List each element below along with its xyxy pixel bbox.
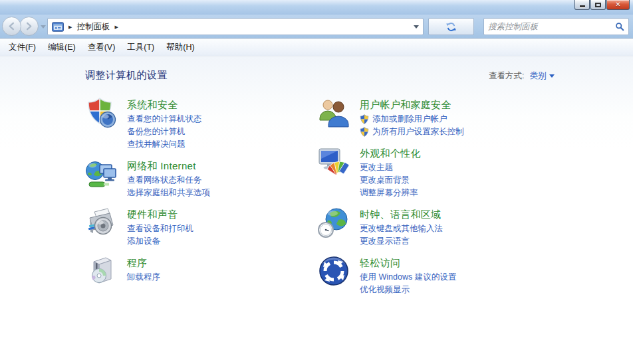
category-link[interactable]: 选择家庭组和共享选项 [127,187,210,199]
category-link[interactable]: 调整屏幕分辨率 [360,187,421,199]
category-heading[interactable]: 网络和 Internet [127,159,210,173]
search-icon[interactable] [615,22,624,31]
hardware-sound-icon[interactable] [85,207,117,238]
back-arrow-icon [7,21,17,31]
titlebar: ✕ [0,0,633,15]
forward-button[interactable] [19,17,39,36]
close-icon: ✕ [615,1,620,8]
close-button[interactable]: ✕ [606,0,630,10]
control-panel-window: ✕ ▶ 控制面板 ▶ [0,0,633,364]
category-link[interactable]: 查看设备和打印机 [127,223,193,235]
refresh-button[interactable] [428,18,474,35]
category-link[interactable]: 为所有用户设置家长控制 [360,126,464,138]
network-internet-icon[interactable] [85,158,117,190]
category-link[interactable]: 优化视频显示 [360,284,456,296]
menu-item-tools[interactable]: 工具(T) [121,39,160,56]
menu-bar: 文件(F) 编辑(E) 查看(V) 工具(T) 帮助(H) [0,39,633,56]
breadcrumb-arrow-icon[interactable]: ▶ [114,25,118,29]
ease-of-access-icon[interactable] [318,255,350,287]
category-user-accounts-family-safety: 用户帐户和家庭安全 [318,97,613,138]
address-dropdown-caret-icon[interactable] [414,25,419,29]
category-heading[interactable]: 程序 [127,256,160,270]
minimize-button[interactable] [574,0,590,10]
recent-pages-caret-icon[interactable] [41,25,46,29]
category-clock-language-region: 时钟、语言和区域 更改键盘或其他输入法 更改显示语言 [318,207,613,248]
clock-language-region-icon[interactable] [318,207,350,238]
category-heading[interactable]: 系统和安全 [127,98,202,112]
category-network-internet: 网络和 Internet 查看网络状态和任务 选择家庭组和共享选项 [85,158,318,199]
security-shield-icon [360,114,369,124]
category-heading[interactable]: 硬件和声音 [127,207,193,221]
minimize-icon [580,5,585,7]
category-link[interactable]: 更改显示语言 [360,235,443,248]
menu-item-edit[interactable]: 编辑(E) [42,39,82,56]
programs-icon[interactable] [85,255,117,287]
refresh-icon [445,21,457,33]
category-link[interactable]: 查找并解决问题 [127,138,202,151]
category-column-left: 系统和安全 查看您的计算机状态 备份您的计算机 查找并解决问题 [85,97,318,304]
category-hardware-sound: 硬件和声音 查看设备和打印机 添加设备 [85,207,318,248]
maximize-button[interactable] [590,0,606,10]
view-by-value: 类别 [529,70,546,82]
category-link[interactable]: 添加设备 [127,235,193,248]
category-heading[interactable]: 外观和个性化 [360,146,421,160]
category-link[interactable]: 备份您的计算机 [127,126,202,138]
security-shield-icon [360,127,369,137]
forward-arrow-icon [24,21,34,31]
view-by-control: 查看方式: 类别 [489,70,555,82]
search-box [483,18,629,35]
category-link[interactable]: 查看网络状态和任务 [127,174,210,187]
appearance-personalization-icon[interactable] [318,145,350,177]
system-security-icon[interactable] [85,97,117,129]
category-link[interactable]: 添加或删除用户帐户 [360,113,464,126]
category-link[interactable]: 更改主题 [360,161,421,174]
breadcrumb[interactable]: 控制面板 [76,21,110,33]
window-controls: ✕ [574,0,630,10]
category-column-right: 用户帐户和家庭安全 [318,97,613,304]
search-input[interactable] [488,20,615,33]
category-ease-of-access: 轻松访问 使用 Windows 建议的设置 优化视频显示 [318,255,613,296]
category-link[interactable]: 使用 Windows 建议的设置 [360,271,456,284]
category-link-label: 添加或删除用户帐户 [372,113,447,126]
address-bar-row: ▶ 控制面板 ▶ [0,15,633,39]
category-system-security: 系统和安全 查看您的计算机状态 备份您的计算机 查找并解决问题 [85,97,318,151]
category-heading[interactable]: 时钟、语言和区域 [360,207,443,221]
back-button[interactable] [2,17,21,36]
category-heading[interactable]: 轻松访问 [360,256,456,270]
view-by-label: 查看方式: [489,70,524,82]
breadcrumb-arrow-icon[interactable]: ▶ [68,25,72,29]
category-link[interactable]: 更改键盘或其他输入法 [360,223,443,235]
address-bar[interactable]: ▶ 控制面板 ▶ [47,18,424,35]
menu-item-file[interactable]: 文件(F) [3,39,42,56]
category-appearance-personalization: 外观和个性化 更改主题 更改桌面背景 调整屏幕分辨率 [318,145,613,199]
chevron-down-icon [549,74,555,78]
page-title: 调整计算机的设置 [85,69,168,82]
user-accounts-icon[interactable] [318,97,350,129]
menu-item-help[interactable]: 帮助(H) [160,39,200,56]
category-grid: 系统和安全 查看您的计算机状态 备份您的计算机 查找并解决问题 [85,97,613,304]
view-by-dropdown[interactable]: 类别 [529,70,555,82]
category-link[interactable]: 卸载程序 [127,271,160,284]
menu-item-view[interactable]: 查看(V) [82,39,122,56]
maximize-icon [595,3,601,7]
category-link[interactable]: 查看您的计算机状态 [127,113,202,126]
category-heading[interactable]: 用户帐户和家庭安全 [360,98,464,112]
main-content: 调整计算机的设置 查看方式: 类别 [0,57,633,364]
category-link[interactable]: 更改桌面背景 [360,174,421,187]
category-link-label: 为所有用户设置家长控制 [372,126,464,138]
control-panel-icon [52,22,64,32]
category-programs: 程序 卸载程序 [85,255,318,287]
